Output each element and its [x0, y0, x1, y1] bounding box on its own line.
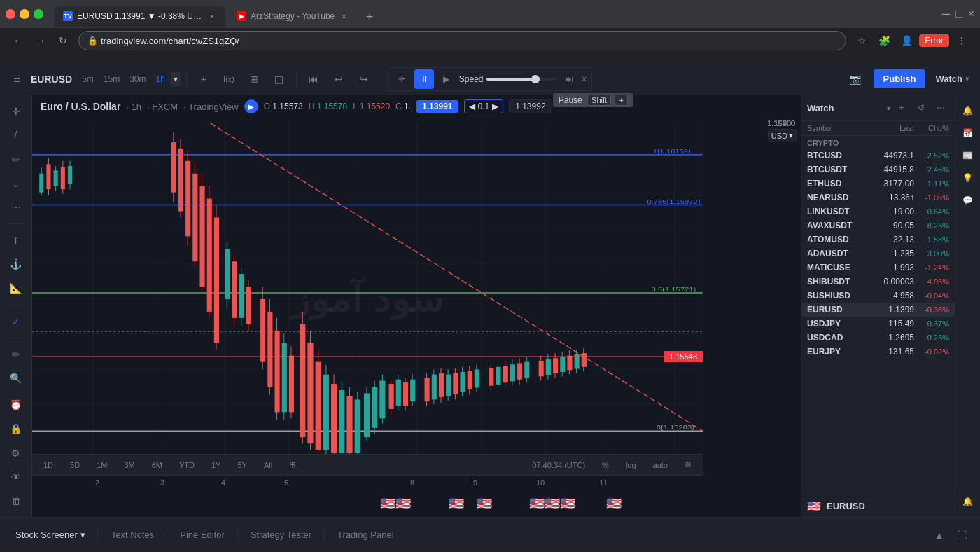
tf-1h-button[interactable]: 1h	[151, 72, 169, 86]
replay-icon[interactable]: ▶	[244, 99, 258, 113]
step-control[interactable]: ◀ 0.1 ▶	[464, 99, 504, 113]
compare-toolbar-button[interactable]: ⊞	[284, 459, 301, 471]
stock-screener-tab[interactable]: Stock Screener ▾	[8, 527, 92, 543]
pattern-tool[interactable]: ⋯	[5, 197, 27, 218]
alerts-button[interactable]: ⏰	[5, 394, 27, 415]
period-1d-button[interactable]: 1D	[38, 460, 59, 471]
skip-end-button[interactable]: ⏭	[559, 69, 579, 89]
period-5d-button[interactable]: 5D	[64, 460, 85, 471]
watchlist-item[interactable]: USDCAD 1.2695 0.23%	[802, 331, 955, 345]
draw-tool[interactable]: ✏	[5, 149, 27, 170]
step-down[interactable]: ◀	[469, 102, 475, 111]
url-input[interactable]: 🔒 tradingview.com/chart/cwZS1gZQ/	[78, 31, 846, 50]
watchlist-item[interactable]: MATICUSE 1.993 -1.24%	[802, 261, 955, 275]
period-1y-button[interactable]: 1Y	[206, 460, 226, 471]
pine-editor-tab[interactable]: Pine Editor	[173, 527, 232, 543]
expand-panel-button[interactable]: ⛶	[952, 525, 972, 545]
ideas-button[interactable]: 💡	[958, 168, 978, 188]
auto-button[interactable]: auto	[648, 460, 673, 471]
strategy-tester-tab[interactable]: Strategy Tester	[244, 527, 318, 543]
extensions-button[interactable]: 🧩	[874, 31, 894, 50]
period-1m-button[interactable]: 1M	[91, 460, 113, 471]
log-button[interactable]: log	[620, 460, 642, 471]
tab-tradingview[interactable]: TV EURUSD 1.13991 ▼ -0.38% Unn... ×	[55, 6, 225, 27]
watchlist-item[interactable]: BTCUSDT 44915.8 2.45%	[802, 163, 955, 177]
replay-skip-back-button[interactable]: ⏮	[302, 68, 325, 90]
collapse-panel-button[interactable]: ▲	[930, 525, 949, 545]
chart-settings-button[interactable]: ⚙	[679, 459, 697, 471]
redo-button[interactable]: ↪	[353, 68, 375, 90]
tab-close-tv[interactable]: ×	[207, 11, 217, 21]
profile-button[interactable]: 👤	[897, 31, 916, 50]
calendar-button[interactable]: 📅	[958, 123, 978, 143]
minimize-icon[interactable]: ─	[942, 8, 950, 20]
tf-30m-button[interactable]: 30m	[125, 72, 150, 86]
watchlist-item[interactable]: ADAUSDT 1.235 3.00%	[802, 247, 955, 261]
trading-panel-tab[interactable]: Trading Panel	[330, 527, 400, 543]
tf-15m-button[interactable]: 15m	[99, 72, 124, 86]
watchlist-item[interactable]: ETHUSD 3177.00 1.11%	[802, 177, 955, 191]
template-button[interactable]: ◫	[268, 68, 290, 90]
settings-button[interactable]: ⚙	[5, 442, 27, 463]
crosshair-mode-button[interactable]: ✛	[392, 69, 412, 89]
window-close-button[interactable]	[6, 9, 15, 19]
cursor-tool[interactable]: ✛	[5, 101, 27, 122]
close-icon[interactable]: ×	[968, 8, 974, 20]
watch-button[interactable]: Watch ▾	[930, 69, 974, 88]
undo-button[interactable]: ↩	[328, 68, 350, 90]
watchlist-item[interactable]: USDJPY 115.49 0.37%	[802, 317, 955, 331]
trend-line-tool[interactable]: /	[5, 125, 27, 146]
watchlist-refresh-button[interactable]: ↺	[913, 99, 930, 116]
forward-button[interactable]: →	[31, 31, 50, 50]
period-6m-button[interactable]: 6M	[146, 460, 168, 471]
pause-button[interactable]: ⏸	[414, 69, 434, 89]
period-ytd-button[interactable]: YTD	[174, 460, 200, 471]
pencil-tool[interactable]: ✏	[5, 344, 27, 365]
back-button[interactable]: ←	[8, 31, 28, 50]
price-badge[interactable]: 1.13991	[416, 100, 458, 113]
playback-close-button[interactable]: ×	[582, 74, 587, 85]
compare-button[interactable]: +	[192, 68, 215, 90]
tf-5m-button[interactable]: 5m	[78, 72, 98, 86]
tab-close-yt[interactable]: ×	[339, 11, 349, 21]
notification-side-button[interactable]: 🔔	[958, 492, 978, 511]
watchlist-item[interactable]: ATOMUSD 32.13 1.58%	[802, 233, 955, 247]
watchlist-item[interactable]: SUSHIUSD 4.958 -0.04%	[802, 289, 955, 303]
pct-button[interactable]: %	[596, 460, 615, 471]
anchored-tool[interactable]: ⚓	[5, 254, 27, 275]
watchlist-item[interactable]: LINKUSDT 19.00 0.64%	[802, 205, 955, 219]
watchlist-more-button[interactable]: ⋯	[932, 99, 949, 116]
restore-icon[interactable]: □	[955, 8, 962, 20]
watchlist-item[interactable]: AVAXUSDT 90.05 8.23%	[802, 219, 955, 233]
eye-button[interactable]: 👁	[5, 467, 27, 488]
watchlist-item[interactable]: BTCUSD 44973.1 2.52%	[802, 149, 955, 163]
period-5y-button[interactable]: 5Y	[232, 460, 252, 471]
period-3m-button[interactable]: 3M	[118, 460, 140, 471]
error-badge[interactable]: Error	[919, 34, 949, 47]
watchlist-add-button[interactable]: +	[893, 99, 910, 116]
tf-dropdown-button[interactable]: ▾	[171, 72, 181, 86]
speed-slider[interactable]	[486, 78, 556, 81]
trash-button[interactable]: 🗑	[5, 490, 27, 511]
period-all-button[interactable]: All	[258, 460, 278, 471]
play-button[interactable]: ▶	[437, 69, 456, 89]
watchlist-item[interactable]: SHIBUSDT 0.00003 4.98%	[802, 275, 955, 289]
currency-selector[interactable]: USD ▾	[768, 129, 797, 142]
watchlist-item[interactable]: EURUSD 1.1399 -0.38%	[802, 303, 955, 317]
checkmark-tool[interactable]: ✓	[5, 311, 27, 332]
step-up[interactable]: ▶	[492, 102, 498, 111]
strategy-button[interactable]: ⊞	[243, 68, 265, 90]
chat-button[interactable]: 💬	[958, 191, 978, 210]
alerts-side-button[interactable]: 🔔	[958, 101, 978, 120]
text-tool[interactable]: T	[5, 230, 27, 251]
zoom-tool[interactable]: 🔍	[5, 368, 27, 389]
text-notes-tab[interactable]: Text Notes	[104, 527, 161, 543]
watchlist-item[interactable]: NEARUSD 13.36↑ -1.05%	[802, 191, 955, 205]
publish-button[interactable]: Publish	[874, 69, 926, 88]
window-maximize-button[interactable]	[34, 9, 43, 19]
hamburger-menu[interactable]: ☰	[6, 68, 28, 90]
indicators-button[interactable]: f(x)	[218, 68, 240, 90]
news-button[interactable]: 📰	[958, 146, 978, 165]
tab-youtube[interactable]: ▶ ArzStrategy - YouTube ×	[228, 6, 357, 27]
new-tab-button[interactable]: +	[360, 7, 379, 27]
